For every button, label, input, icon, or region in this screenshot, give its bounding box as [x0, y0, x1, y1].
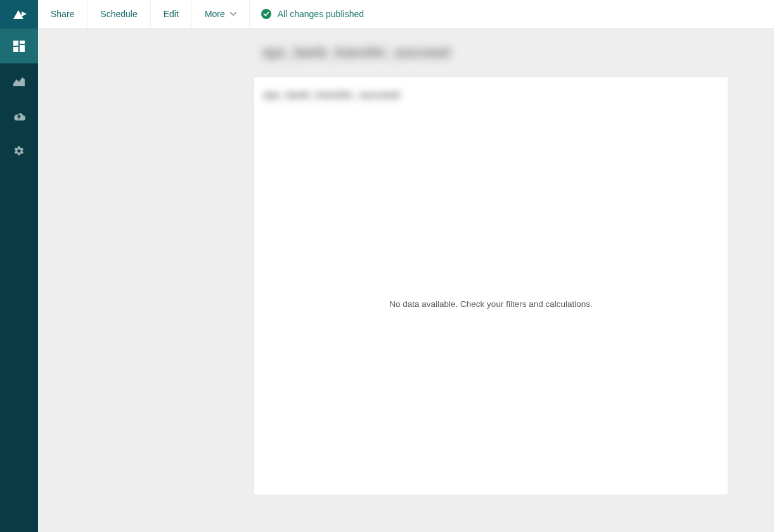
- logo-icon: [11, 8, 27, 22]
- publish-status: All changes published: [250, 0, 375, 28]
- more-button[interactable]: More: [192, 0, 250, 28]
- svg-rect-3: [20, 41, 25, 44]
- sidebar: [0, 0, 38, 532]
- cloud-upload-icon: [13, 112, 25, 120]
- svg-point-8: [261, 9, 271, 19]
- empty-state-message: No data available. Check your filters an…: [389, 299, 592, 309]
- chart-panel-body: No data available. Check your filters an…: [254, 113, 728, 495]
- edit-label: Edit: [164, 9, 179, 19]
- sidebar-item-settings[interactable]: [0, 133, 38, 168]
- sidebar-item-cloud[interactable]: [0, 98, 38, 133]
- more-label: More: [205, 9, 225, 19]
- dashboard-icon: [13, 41, 25, 52]
- app-logo[interactable]: [0, 0, 38, 29]
- check-circle-icon: [261, 9, 271, 19]
- schedule-label: Schedule: [100, 9, 137, 19]
- chart-title-blurred: epc_bank_transfer_succeed: [263, 89, 399, 101]
- sidebar-item-analytics[interactable]: [0, 63, 38, 98]
- publish-status-text: All changes published: [278, 9, 364, 19]
- line-chart-icon: [13, 76, 25, 86]
- toolbar: Share Schedule Edit More: [38, 0, 774, 29]
- edit-button[interactable]: Edit: [151, 0, 192, 28]
- schedule-button[interactable]: Schedule: [87, 0, 150, 28]
- page-title-blurred: epc_bank_transfer_succeed: [262, 44, 450, 61]
- sidebar-item-dashboard[interactable]: [0, 29, 38, 63]
- svg-rect-2: [13, 41, 18, 46]
- chart-panel: epc_bank_transfer_succeed No data availa…: [254, 77, 728, 495]
- page-title-area: epc_bank_transfer_succeed: [254, 29, 728, 77]
- svg-marker-6: [13, 77, 25, 86]
- share-button[interactable]: Share: [38, 0, 87, 28]
- gear-icon: [13, 145, 25, 157]
- chart-panel-header: epc_bank_transfer_succeed: [254, 77, 728, 113]
- left-spacer: [38, 29, 254, 532]
- svg-rect-4: [13, 47, 18, 52]
- share-label: Share: [51, 9, 74, 19]
- main-area: epc_bank_transfer_succeed epc_bank_trans…: [38, 29, 774, 532]
- svg-marker-1: [22, 11, 27, 16]
- svg-rect-5: [20, 45, 25, 52]
- chevron-down-icon: [230, 12, 236, 16]
